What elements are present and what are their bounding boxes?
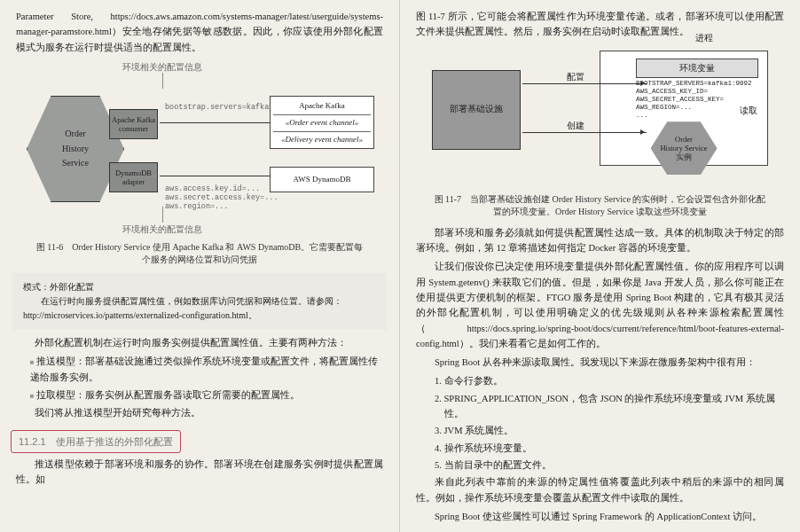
push-model-item: 推送模型：部署基础设施通过类似操作系统环境变量或配置文件，将配置属性传递给服务实… [30, 354, 383, 385]
deploy-infra-box: 部署基础设施 [432, 70, 521, 150]
figure-11-7: 部署基础设施 进程 环境变量 BOOTSTRAP_SERVERS=kafka1:… [416, 43, 784, 190]
service-instance-hexagon: Order History Service 实例 [651, 121, 718, 175]
dynamodb-adapter-box: DynamoDB adapter [109, 162, 158, 192]
para-spring-boot: 让我们假设你已决定使用环境变量提供外部化配置属性值。你的应用程序可以调用 Sys… [416, 259, 784, 351]
arrow-kafka [160, 122, 282, 123]
create-label: 创建 [567, 119, 584, 134]
order-channel: «Order event channel» [273, 114, 371, 129]
dynamodb-box: AWS DynamoDB [270, 167, 374, 192]
figure-11-6: 环境相关的配置信息 Order History Service Apache K… [16, 60, 383, 238]
arrow-configure [522, 83, 647, 84]
methods-outro: 我们将从推送模型开始研究每种方法。 [16, 405, 383, 420]
right-page: 图 11-7 所示，它可能会将配置属性作为环境变量传递。或者，部署环境可以使用配… [400, 0, 800, 532]
methods-list: 推送模型：部署基础设施通过类似操作系统环境变量或配置文件，将配置属性传递给服务实… [30, 354, 383, 403]
aws-config: aws.access.key.id=... aws.secret.access.… [165, 184, 278, 212]
right-intro: 图 11-7 所示，它可能会将配置属性作为环境变量传递。或者，部署环境可以使用配… [416, 9, 784, 40]
annotation-top: 环境相关的配置信息 [122, 60, 202, 75]
kafka-title: Apache Kafka [273, 99, 371, 113]
source-os-env: 操作系统环境变量。 [444, 441, 785, 456]
methods-intro: 外部化配置机制在运行时向服务实例提供配置属性值。主要有两种方法： [16, 335, 383, 350]
kafka-consumer-box: Apache Kafka consumer [109, 109, 158, 139]
para-sources-intro: Spring Boot 从各种来源读取属性。我发现以下来源在微服务架构中很有用： [416, 355, 784, 370]
para-deploy-env: 部署环境和服务必须就如何提供配置属性达成一致。具体的机制取决于特定的部署环境。例… [416, 225, 784, 256]
source-jvm: JVM 系统属性。 [444, 423, 785, 438]
para-appcontext: Spring Boot 使这些属性可以通过 Spring Framework 的… [416, 509, 784, 524]
section-11-2-1-heading: 11.2.1 使用基于推送的外部化配置 [11, 430, 181, 453]
configure-label: 配置 [567, 70, 584, 85]
pattern-title: 模式：外部化配置 [23, 280, 376, 294]
pattern-callout: 模式：外部化配置 在运行时向服务提供配置属性值，例如数据库访问凭据和网络位置。请… [12, 273, 387, 330]
intro-text: Parameter Store, https://docs.aws.amazon… [16, 9, 383, 55]
figure-11-7-caption: 图 11-7 当部署基础设施创建 Order History Service 的… [434, 193, 766, 218]
process-label: 进程 [695, 31, 713, 46]
annotation-bottom: 环境相关的配置信息 [122, 223, 202, 238]
source-cli: 命令行参数。 [444, 373, 785, 388]
pattern-body: 在运行时向服务提供配置属性值，例如数据库访问凭据和网络位置。请参阅：http:/… [23, 294, 376, 323]
para-override: 来自此列表中靠前的来源的特定属性值将覆盖此列表中稍后的来源中的相同属性。例如，操… [416, 474, 784, 505]
source-config-file: 当前目录中的配置文件。 [444, 458, 785, 473]
figure-11-6-caption: 图 11-6 Order History Service 使用 Apache K… [34, 241, 365, 266]
push-intro: 推送模型依赖于部署环境和服务的协作。部署环境在创建服务实例时提供配置属性。如 [16, 457, 383, 488]
sources-list: 命令行参数。 SPRING_APPLICATION_JSON，包含 JSON 的… [444, 373, 785, 473]
pull-model-item: 拉取模型：服务实例从配置服务器读取它所需要的配置属性。 [30, 387, 383, 403]
source-spring-json: SPRING_APPLICATION_JSON，包含 JSON 的操作系统环境变… [444, 391, 785, 422]
arrow-create [522, 132, 647, 133]
left-page: Parameter Store, https://docs.aws.amazon… [0, 0, 400, 532]
arrow-dynamo [160, 176, 282, 176]
delivery-channel: «Delivery event channel» [273, 131, 371, 146]
read-label: 读取 [740, 104, 757, 119]
kafka-box: Apache Kafka «Order event channel» «Deli… [270, 96, 374, 150]
env-var-box: 环境变量 [636, 59, 758, 79]
